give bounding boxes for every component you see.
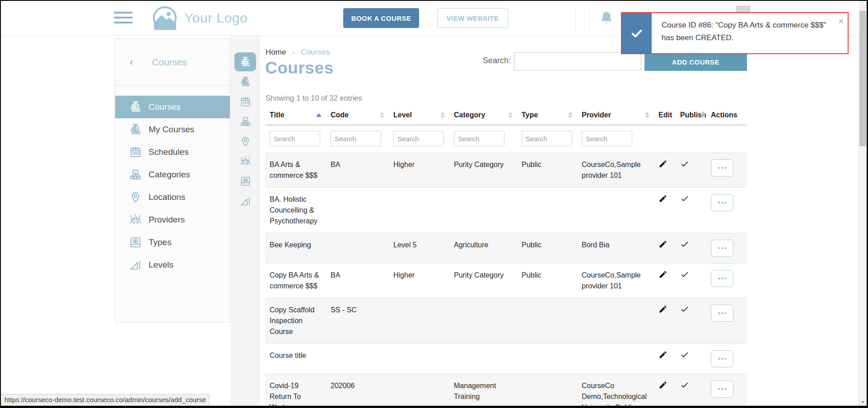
sidebar-item-label: Courses	[149, 102, 181, 112]
filter-input-level[interactable]	[393, 131, 444, 146]
sidebar-collapse-chevron-icon[interactable]: ‹	[130, 56, 133, 68]
cell-code	[326, 188, 389, 233]
cell-level	[389, 344, 449, 374]
rail-item-my-courses[interactable]	[234, 72, 256, 91]
rail-item-courses[interactable]	[234, 52, 256, 71]
rail-item-schedules[interactable]	[234, 92, 256, 111]
sidebar-item-types[interactable]: Types	[115, 231, 230, 254]
courses-icon	[129, 100, 142, 114]
column-header-provider[interactable]: Provider	[577, 106, 654, 125]
row-actions-button[interactable]	[711, 270, 733, 287]
scrollbar-thumb[interactable]	[859, 11, 866, 146]
row-actions-button[interactable]	[711, 305, 733, 322]
cell-level: Higher	[389, 264, 449, 298]
edit-pencil-icon[interactable]	[658, 194, 669, 203]
hamburger-menu-icon[interactable]	[114, 12, 133, 25]
cell-title: Covid-19 Return To Work	[265, 374, 326, 406]
edit-pencil-icon[interactable]	[658, 380, 669, 389]
edit-pencil-icon[interactable]	[658, 159, 669, 168]
publish-check-icon[interactable]	[680, 380, 700, 389]
edit-pencil-icon[interactable]	[658, 240, 669, 249]
rail-item-locations[interactable]	[234, 132, 256, 151]
view-website-button[interactable]: VIEW WEBSITE	[437, 8, 508, 28]
rail-item-levels[interactable]	[234, 191, 256, 210]
sidebar-item-my-courses[interactable]: My Courses	[115, 118, 230, 141]
column-header-title[interactable]: Title	[265, 106, 326, 125]
book-a-course-button[interactable]: BOOK A COURSE	[343, 8, 419, 28]
table-row: Copy BA Arts & commerce $$$ BA Higher Pu…	[265, 264, 747, 298]
cell-provider	[577, 188, 654, 233]
column-header-level[interactable]: Level	[389, 106, 449, 125]
column-label: Title	[270, 111, 285, 119]
breadcrumb-home-link[interactable]: Home	[266, 48, 286, 56]
sidebar: ‹ Courses Courses My Courses Schedules C…	[115, 38, 230, 322]
column-header-category[interactable]: Category	[449, 106, 517, 125]
cell-provider	[577, 298, 654, 344]
sidebar-item-locations[interactable]: Locations	[115, 186, 230, 209]
row-actions-button[interactable]	[711, 159, 733, 176]
cell-type	[517, 344, 577, 374]
scrollbar-down-arrow-icon[interactable]: ▼	[859, 400, 867, 404]
column-label: Edit	[658, 111, 672, 119]
publish-check-icon[interactable]	[680, 270, 700, 279]
courses-table-body: BA Arts & commerce $$$ BA Higher Purity …	[265, 153, 747, 406]
column-header-code[interactable]: Code	[326, 106, 389, 125]
publish-check-icon[interactable]	[680, 350, 700, 359]
cell-type: Public	[517, 264, 577, 298]
rail-item-categories[interactable]	[234, 112, 256, 131]
cell-code: BA	[326, 153, 389, 188]
my-courses-icon	[129, 123, 142, 136]
toast-close-icon[interactable]: ×	[838, 17, 844, 26]
sidebar-item-categories[interactable]: Categories	[115, 163, 230, 186]
add-course-button[interactable]: ADD COURSE	[644, 53, 747, 71]
publish-check-icon[interactable]	[680, 159, 700, 168]
table-row: BA Arts & commerce $$$ BA Higher Purity …	[265, 153, 747, 188]
toast-message: Course ID #86: "Copy BA Arts & commerce …	[652, 13, 848, 53]
filter-input-provider[interactable]	[582, 131, 632, 146]
rail-item-providers[interactable]	[234, 152, 256, 171]
levels-icon	[239, 195, 252, 207]
table-row: Bee Keeping Level 5 Agriculture Public B…	[265, 233, 747, 264]
notifications-bell-icon[interactable]	[598, 10, 615, 26]
column-header-type[interactable]: Type	[517, 106, 577, 125]
providers-icon	[239, 155, 252, 167]
edit-pencil-icon[interactable]	[658, 270, 669, 279]
cell-title: Bee Keeping	[265, 233, 326, 264]
header-divider	[575, 4, 576, 32]
column-header-actions: Actions	[706, 106, 747, 125]
row-actions-button[interactable]	[711, 380, 733, 398]
cell-title: BA Arts & commerce $$$	[265, 153, 326, 188]
sidebar-item-label: Locations	[149, 192, 185, 202]
schedules-icon	[129, 145, 142, 159]
sidebar-item-providers[interactable]: Providers	[115, 209, 230, 231]
cell-type	[517, 298, 577, 344]
filter-input-code[interactable]	[331, 131, 381, 146]
icon-rail	[230, 35, 260, 406]
row-actions-button[interactable]	[711, 350, 733, 367]
global-search-input[interactable]	[514, 52, 641, 70]
filter-input-title[interactable]	[270, 131, 320, 146]
sidebar-item-levels[interactable]: Levels	[115, 254, 230, 276]
sidebar-item-label: My Courses	[149, 125, 194, 134]
sidebar-item-courses[interactable]: Courses	[115, 96, 230, 118]
publish-check-icon[interactable]	[680, 194, 700, 203]
publish-check-icon[interactable]	[680, 305, 700, 314]
table-row: Copy Scaffold Inspection Course SS - SC	[265, 298, 747, 344]
column-header-publish[interactable]: Publish	[676, 106, 706, 125]
cell-title: Copy BA Arts & commerce $$$	[265, 264, 326, 298]
page-scrollbar[interactable]: ▼	[859, 1, 867, 406]
sidebar-item-schedules[interactable]: Schedules	[115, 141, 230, 163]
filter-input-category[interactable]	[454, 131, 504, 146]
sidebar-menu: Courses My Courses Schedules Categories …	[115, 86, 230, 276]
logo[interactable]: Your Logo	[152, 5, 247, 31]
edit-pencil-icon[interactable]	[658, 350, 669, 359]
cell-category: Purity Category	[449, 264, 517, 298]
edit-pencil-icon[interactable]	[658, 305, 669, 314]
publish-check-icon[interactable]	[680, 240, 700, 249]
filter-input-type[interactable]	[522, 131, 572, 146]
table-row: Covid-19 Return To Work 202006 Managemen…	[265, 374, 747, 406]
row-actions-button[interactable]	[711, 194, 733, 211]
courses-icon	[239, 56, 252, 68]
rail-item-types[interactable]	[234, 172, 256, 190]
row-actions-button[interactable]	[711, 240, 733, 257]
